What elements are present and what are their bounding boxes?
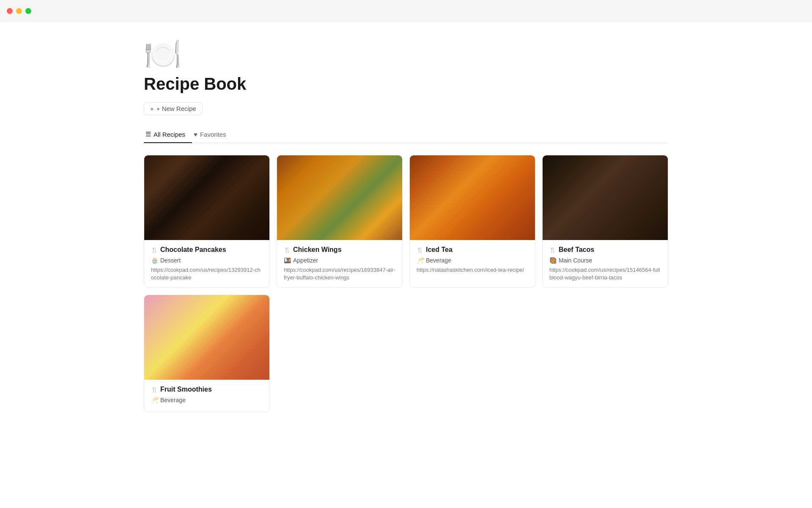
recipe-card-beef-tacos[interactable]: 🍴 Beef Tacos 🥘 Main Course https://cookp… (542, 155, 668, 288)
recipe-image-chocolate-pancakes (144, 155, 269, 240)
favorites-icon: ♥ (194, 131, 198, 138)
maximize-button[interactable] (25, 8, 31, 14)
page-title: Recipe Book (144, 75, 668, 94)
recipe-name-beef-tacos: 🍴 Beef Tacos (549, 246, 661, 254)
recipe-category-chocolate-pancakes: 🧁 Dessert (151, 257, 263, 264)
recipe-grid: 🍴 Chocolate Pancakes 🧁 Dessert https://c… (144, 155, 668, 412)
recipe-category-beef-tacos: 🥘 Main Course (549, 257, 661, 264)
recipe-category-chicken-wings: 🍱 Appetizer (284, 257, 395, 264)
category-icon: 🍱 (284, 257, 291, 264)
utensils-icon: 🍴 (284, 247, 291, 253)
recipe-category-iced-tea: 🥂 Beverage (417, 257, 528, 264)
recipe-url-chicken-wings[interactable]: https://cookpad.com/us/recipes/16933847-… (284, 266, 395, 282)
plus-icon: + (150, 105, 154, 112)
all-recipes-icon: ☰ (145, 130, 151, 138)
recipe-card-chocolate-pancakes[interactable]: 🍴 Chocolate Pancakes 🧁 Dessert https://c… (144, 155, 270, 288)
recipe-url-iced-tea[interactable]: https://natashaskitchen.com/iced-tea-rec… (417, 266, 528, 274)
tab-all-recipes[interactable]: ☰ All Recipes (144, 127, 192, 143)
recipe-url-beef-tacos[interactable]: https://cookpad.com/us/recipes/15146564-… (549, 266, 661, 282)
recipe-image-beef-tacos (543, 155, 668, 240)
close-button[interactable] (7, 8, 13, 14)
category-icon: 🥘 (549, 257, 557, 264)
category-icon: 🧁 (151, 257, 158, 264)
category-icon: 🥂 (151, 397, 158, 403)
utensils-icon: 🍴 (417, 247, 423, 253)
recipe-name-fruit-smoothies: 🍴 Fruit Smoothies (151, 386, 263, 393)
recipe-card-fruit-smoothies[interactable]: 🍴 Fruit Smoothies 🥂 Beverage (144, 295, 270, 412)
recipe-card-chicken-wings[interactable]: 🍴 Chicken Wings 🍱 Appetizer https://cook… (277, 155, 403, 288)
page-icon: 🍽️ (144, 39, 668, 69)
utensils-icon: 🍴 (151, 387, 158, 393)
recipe-card-body-iced-tea: 🍴 Iced Tea 🥂 Beverage https://natashaski… (410, 240, 535, 280)
recipe-card-iced-tea[interactable]: 🍴 Iced Tea 🥂 Beverage https://natashaski… (409, 155, 535, 288)
recipe-image-iced-tea (410, 155, 535, 240)
tabs-container: ☰ All Recipes ♥ Favorites (144, 127, 668, 143)
tab-all-recipes-label: All Recipes (154, 131, 185, 138)
recipe-name-chicken-wings: 🍴 Chicken Wings (284, 246, 395, 254)
new-recipe-button[interactable]: + + New Recipe (144, 102, 203, 115)
recipe-card-body-chicken-wings: 🍴 Chicken Wings 🍱 Appetizer https://cook… (277, 240, 402, 287)
recipe-url-chocolate-pancakes[interactable]: https://cookpad.com/us/recipes/13293912-… (151, 266, 263, 282)
recipe-category-fruit-smoothies: 🥂 Beverage (151, 397, 263, 403)
recipe-image-chicken-wings (277, 155, 402, 240)
utensils-icon: 🍴 (151, 247, 158, 253)
minimize-button[interactable] (16, 8, 22, 14)
recipe-card-body-fruit-smoothies: 🍴 Fruit Smoothies 🥂 Beverage (144, 380, 269, 412)
recipe-name-chocolate-pancakes: 🍴 Chocolate Pancakes (151, 246, 263, 254)
titlebar (0, 0, 812, 22)
recipe-name-iced-tea: 🍴 Iced Tea (417, 246, 528, 254)
tab-favorites[interactable]: ♥ Favorites (192, 127, 233, 143)
new-recipe-label: + New Recipe (156, 105, 196, 112)
recipe-image-fruit-smoothies (144, 295, 269, 380)
utensils-icon: 🍴 (549, 247, 556, 253)
recipe-card-body-chocolate-pancakes: 🍴 Chocolate Pancakes 🧁 Dessert https://c… (144, 240, 269, 287)
recipe-card-body-beef-tacos: 🍴 Beef Tacos 🥘 Main Course https://cookp… (543, 240, 668, 287)
main-content: 🍽️ Recipe Book + + New Recipe ☰ All Reci… (110, 22, 702, 429)
tab-favorites-label: Favorites (200, 131, 226, 138)
category-icon: 🥂 (417, 257, 424, 264)
